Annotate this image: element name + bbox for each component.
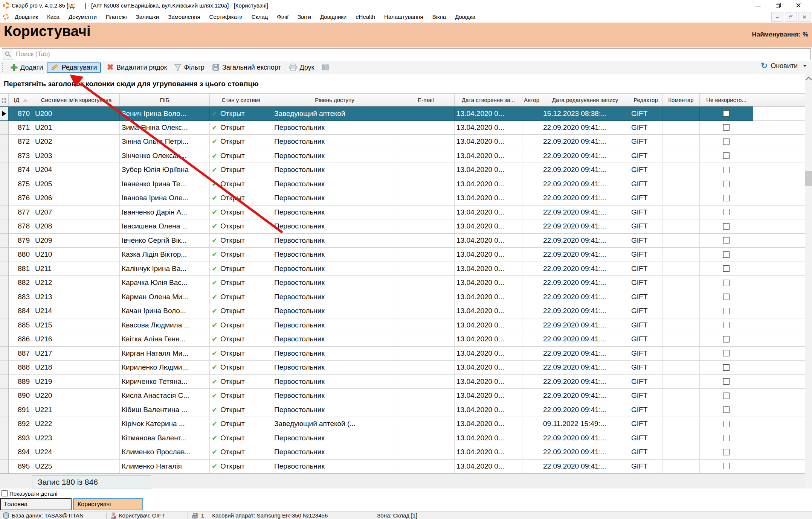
edit-button[interactable]: Редагувати xyxy=(47,62,101,73)
not-used-checkbox[interactable] xyxy=(723,223,730,230)
menu-item-1[interactable]: Довідник xyxy=(10,12,43,21)
cell-unused[interactable] xyxy=(700,445,753,460)
not-used-checkbox[interactable] xyxy=(723,195,730,201)
menu-item-2[interactable]: Каса xyxy=(43,12,64,21)
menu-item-3[interactable]: Документи xyxy=(64,12,101,21)
column-header-level[interactable]: Рівень доступу xyxy=(272,93,397,107)
table-row[interactable]: 885U215Квасова Людмила ...✔ОткрытПервост… xyxy=(0,318,805,333)
table-row[interactable]: 889U219Кириченко Тетяна...✔ОткрытПервост… xyxy=(0,375,805,389)
toolbar-grip[interactable] xyxy=(2,63,3,72)
column-header-comment[interactable]: Коментар xyxy=(662,93,700,107)
column-header-id[interactable]: ІД xyxy=(9,93,33,107)
add-button[interactable]: Додати xyxy=(6,62,47,73)
menu-item-11[interactable]: Довідники xyxy=(316,12,351,21)
not-used-checkbox[interactable] xyxy=(723,364,730,371)
table-row[interactable]: 886U216Квітка Аліна Генн...✔ОткрытПервос… xyxy=(0,332,805,347)
table-row[interactable]: 872U202Зініна Ольга Петрі...✔ОткрытПерво… xyxy=(0,135,805,149)
cell-unused[interactable] xyxy=(700,460,753,474)
not-used-checkbox[interactable] xyxy=(723,167,730,173)
not-used-checkbox[interactable] xyxy=(723,152,730,159)
table-row[interactable]: 871U201Зима Яніна Олекс...✔ОткрытПервост… xyxy=(0,121,805,135)
columns-button[interactable] xyxy=(318,62,333,72)
menu-item-5[interactable]: Залишки xyxy=(131,12,164,21)
cell-unused[interactable] xyxy=(700,191,753,205)
table-row[interactable]: 875U205Іваненко Ірина Те...✔ОткрытПервос… xyxy=(0,177,805,192)
cell-unused[interactable] xyxy=(700,347,753,361)
cell-unused[interactable] xyxy=(700,135,753,149)
menu-item-6[interactable]: Замовлення xyxy=(163,12,205,21)
table-row[interactable]: 887U217Кирган Наталя Ми...✔ОткрытПервост… xyxy=(0,347,805,361)
table-row[interactable]: 877U207Іванченко Дарін А...✔ОткрытПервос… xyxy=(0,205,805,220)
not-used-checkbox[interactable] xyxy=(723,350,730,356)
column-header-name[interactable]: ПІБ xyxy=(120,93,210,107)
not-used-checkbox[interactable] xyxy=(723,110,730,117)
table-row[interactable]: 894U224Клименко Ярослав...✔ОткрытПервост… xyxy=(0,445,805,460)
cell-unused[interactable] xyxy=(700,107,753,121)
table-row[interactable]: 893U223Кітманова Валент...✔ОткрытПервост… xyxy=(0,431,805,446)
not-used-checkbox[interactable] xyxy=(723,322,730,328)
cell-unused[interactable] xyxy=(700,219,753,234)
not-used-checkbox[interactable] xyxy=(723,265,730,272)
search-bar[interactable]: Поиск (Tab) xyxy=(2,48,810,60)
table-corner-cell[interactable] xyxy=(0,93,9,107)
table-row[interactable]: 879U209Івченко Сергій Вік...✔ОткрытПерво… xyxy=(0,234,805,248)
table-row[interactable]: 882U212Карачка Юлія Вас...✔ОткрытПервост… xyxy=(0,276,805,290)
table-row[interactable]: 874U204Зубер Юлія Юріївна✔ОткрытПервосто… xyxy=(0,163,805,177)
cell-unused[interactable] xyxy=(700,304,753,318)
not-used-checkbox[interactable] xyxy=(723,336,730,342)
not-used-checkbox[interactable] xyxy=(723,237,730,244)
refresh-dropdown-caret[interactable] xyxy=(803,65,807,67)
cell-unused[interactable] xyxy=(700,417,753,431)
vertical-scrollbar[interactable] xyxy=(805,74,812,501)
table-row[interactable]: 883U213Карман Олена Ми...✔ОткрытПервосто… xyxy=(0,290,805,304)
table-row[interactable]: 881U211Калінчук Ірина Ва...✔ОткрытПервос… xyxy=(0,262,805,276)
not-used-checkbox[interactable] xyxy=(723,181,730,187)
table-row[interactable]: 876U206Іванова Ірина Оле...✔ОткрытПервос… xyxy=(0,191,805,205)
not-used-checkbox[interactable] xyxy=(723,308,730,314)
not-used-checkbox[interactable] xyxy=(723,435,730,441)
cell-unused[interactable] xyxy=(700,149,753,163)
menu-item-15[interactable]: Довідка xyxy=(450,12,480,21)
refresh-button[interactable]: ↻ Оновити xyxy=(761,62,807,70)
restore-button[interactable] xyxy=(774,2,782,9)
delete-row-button[interactable]: ✖ Видалити рядок xyxy=(103,62,171,73)
menu-item-12[interactable]: eHealth xyxy=(351,12,380,21)
column-header-state[interactable]: Стан у системі xyxy=(210,93,272,107)
table-row[interactable]: 878U208Івасишена Олена ...✔ОткрытПервост… xyxy=(0,219,805,234)
table-row[interactable]: 884U214Качан Ірина Воло...✔ОткрытПервост… xyxy=(0,304,805,318)
mdi-restore-button[interactable] xyxy=(785,12,797,22)
table-row[interactable]: 880U210Казка Лідія Віктор...✔ОткрытПерво… xyxy=(0,248,805,262)
cell-unused[interactable] xyxy=(700,205,753,220)
cell-unused[interactable] xyxy=(700,361,753,375)
scroll-up-icon[interactable] xyxy=(806,77,812,83)
cell-unused[interactable] xyxy=(700,163,753,177)
not-used-checkbox[interactable] xyxy=(723,124,730,131)
table-row[interactable]: 873U203Зінченко Олексан...✔ОткрытПервост… xyxy=(0,149,805,163)
table-row[interactable]: 892U222Кірічок Катерина ...✔ОткрытЗаведу… xyxy=(0,417,805,431)
menu-item-13[interactable]: Налаштування xyxy=(380,12,428,21)
cell-unused[interactable] xyxy=(700,318,753,333)
search-input[interactable]: Поиск (Tab) xyxy=(16,50,50,58)
not-used-checkbox[interactable] xyxy=(723,449,730,455)
cell-unused[interactable] xyxy=(700,375,753,389)
cell-unused[interactable] xyxy=(700,403,753,417)
table-row[interactable]: 888U218Кириленко Людми...✔ОткрытПервосто… xyxy=(0,361,805,375)
export-button[interactable]: Загальний експорт xyxy=(208,62,285,73)
scrollbar-thumb[interactable] xyxy=(805,171,812,186)
column-header-editor[interactable]: Редактор xyxy=(629,93,662,107)
not-used-checkbox[interactable] xyxy=(723,139,730,145)
column-header-created[interactable]: Дата створення за... xyxy=(455,93,522,107)
tab-korystuvachi[interactable]: Користувачі xyxy=(73,498,143,510)
column-header-unused[interactable]: Не використо... xyxy=(700,93,753,107)
column-header-edited[interactable]: Дата редагування запису xyxy=(541,93,629,107)
table-row[interactable]: 890U220Кисла Анастасія С...✔ОткрытПервос… xyxy=(0,389,805,403)
cell-unused[interactable] xyxy=(700,262,753,276)
close-button[interactable]: ✕ xyxy=(795,1,802,10)
not-used-checkbox[interactable] xyxy=(723,378,730,385)
cell-unused[interactable] xyxy=(700,121,753,135)
cell-unused[interactable] xyxy=(700,276,753,290)
filter-button[interactable]: Фільтр xyxy=(171,62,208,73)
column-header-author[interactable]: Автор xyxy=(522,93,541,107)
cell-unused[interactable] xyxy=(700,290,753,304)
not-used-checkbox[interactable] xyxy=(723,463,730,469)
